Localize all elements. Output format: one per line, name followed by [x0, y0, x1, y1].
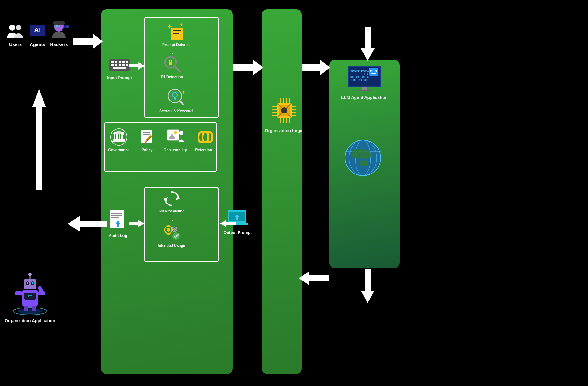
intended-usage-label: Intended Usage [158, 243, 185, 248]
svg-rect-58 [111, 213, 123, 214]
policy-icon [138, 128, 156, 146]
hackers-block: {} Hackers [47, 20, 70, 47]
svg-point-44 [174, 131, 177, 134]
svg-text:{}: {} [66, 25, 68, 28]
governance-label: Governance [108, 148, 129, 152]
input-prompt-block: Input Prompt [107, 57, 132, 80]
svg-rect-34 [120, 134, 121, 139]
svg-rect-33 [118, 134, 119, 139]
org-app-icon: SYS [6, 267, 55, 316]
svg-rect-84 [292, 109, 296, 110]
arrow-actors-to-panel [73, 32, 103, 51]
svg-rect-52 [164, 229, 165, 231]
svg-rect-50 [167, 225, 170, 227]
arrow-audit-to-pipeline [129, 219, 145, 228]
svg-rect-51 [167, 233, 170, 235]
pii-processing-label: PII Processing [159, 209, 185, 213]
svg-rect-86 [292, 115, 296, 116]
svg-text:SYS: SYS [27, 295, 32, 298]
svg-point-115 [9, 25, 15, 31]
hackers-icon: {} [47, 20, 70, 40]
svg-point-56 [173, 228, 176, 231]
svg-text:1001100110011: 1001100110011 [350, 79, 370, 82]
governance-block: Governance [107, 128, 131, 152]
svg-rect-11 [174, 97, 176, 100]
svg-rect-17 [119, 61, 121, 63]
org-logic-label: Organization Logic [264, 128, 304, 133]
svg-rect-129 [24, 279, 36, 289]
svg-rect-15 [111, 61, 114, 63]
svg-rect-23 [122, 64, 125, 66]
arrow-down-to-llm [359, 27, 376, 61]
svg-marker-13 [182, 90, 185, 94]
prompt-defense-block: Prompt Defense [162, 21, 190, 47]
svg-rect-22 [119, 64, 121, 66]
intended-usage-block: Intended Usage [158, 221, 185, 248]
arrow-pipeline-to-output [220, 219, 236, 228]
svg-marker-68 [67, 216, 107, 231]
svg-rect-141 [24, 306, 28, 311]
svg-marker-73 [361, 269, 375, 303]
svg-point-104 [370, 70, 372, 72]
svg-point-132 [27, 282, 28, 284]
svg-rect-18 [122, 61, 125, 63]
svg-rect-37 [143, 132, 150, 133]
svg-rect-20 [111, 64, 114, 66]
svg-rect-59 [111, 215, 123, 216]
arrow-left-bottom [299, 270, 329, 287]
green-org-logic-panel [262, 9, 302, 374]
svg-rect-121 [56, 25, 58, 27]
svg-rect-107 [362, 87, 367, 90]
svg-marker-26 [129, 62, 145, 70]
users-block: Users [6, 23, 25, 47]
svg-rect-19 [126, 61, 128, 63]
svg-rect-60 [111, 217, 119, 218]
svg-rect-25 [113, 67, 126, 69]
svg-point-105 [375, 70, 377, 72]
svg-rect-103 [369, 68, 378, 76]
llm-app-block: 0101010101010 1010101010101 011001100110… [332, 64, 397, 100]
svg-rect-2 [173, 32, 181, 32]
observability-block: Observability [161, 128, 189, 152]
svg-point-49 [167, 228, 170, 232]
svg-text:0101010101010: 0101010101010 [350, 70, 370, 72]
svg-marker-67 [220, 220, 236, 227]
svg-rect-88 [283, 98, 284, 103]
svg-text:AI: AI [34, 26, 41, 34]
pii-detection-icon [162, 54, 182, 74]
pii-detection-label: PII Detection [161, 75, 183, 79]
secrets-keyword-icon [166, 87, 187, 108]
svg-point-135 [28, 273, 32, 276]
agents-icon: AI [28, 23, 47, 40]
arrow-up-left [31, 89, 47, 190]
svg-point-120 [53, 21, 65, 25]
svg-rect-38 [143, 134, 150, 135]
agents-label: Agents [30, 42, 45, 47]
cpu-chip-icon [269, 95, 300, 126]
svg-rect-108 [358, 90, 371, 91]
svg-text:0110011001100: 0110011001100 [350, 76, 370, 78]
keyboard-icon [109, 57, 130, 74]
svg-marker-5 [179, 23, 183, 26]
svg-rect-1 [173, 30, 181, 31]
org-app-block: SYS Organization Application [5, 267, 55, 323]
pii-processing-block: PII Processing [159, 189, 185, 213]
svg-marker-74 [299, 271, 329, 285]
svg-rect-80 [272, 109, 277, 110]
svg-point-125 [18, 309, 42, 314]
svg-rect-8 [169, 62, 172, 65]
agents-block: AI Agents [28, 23, 47, 47]
secrets-keyword-label: Secrets & Keyword [159, 109, 193, 113]
retention-icon [194, 128, 214, 146]
svg-line-12 [180, 101, 183, 105]
svg-rect-79 [272, 106, 277, 107]
svg-point-10 [172, 92, 177, 97]
svg-rect-39 [143, 136, 148, 136]
policy-block: Policy [135, 128, 159, 152]
retention-block: Retention [191, 128, 216, 152]
svg-rect-31 [112, 141, 125, 142]
users-label: Users [9, 42, 22, 47]
output-prompt-label: Output Prompt [224, 230, 252, 235]
pii-processing-icon [163, 189, 181, 208]
users-icon [6, 23, 25, 40]
